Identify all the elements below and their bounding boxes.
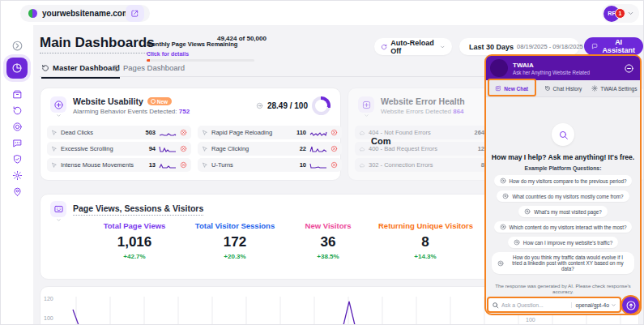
cursor-icon [51, 146, 58, 152]
cursor-icon [51, 162, 58, 169]
model-select[interactable]: openai/gpt-4o [571, 302, 616, 308]
settings-icon [12, 170, 23, 181]
error-card-title: Website Error Health [381, 96, 465, 106]
search-icon [558, 130, 569, 140]
chevron-down-icon [627, 10, 634, 17]
usability-row-intense-mouse[interactable]: Intense Mouse Movements 13 [47, 158, 191, 172]
auto-reload-label: Auto-Reload Off [390, 39, 437, 55]
site-name: yourwebsitename.com [42, 9, 130, 18]
chat-tab-settings[interactable]: TWAIA Settings [589, 85, 640, 92]
chat-search-badge [552, 123, 574, 146]
example-question-3[interactable]: What's my most visited page? [518, 206, 607, 217]
tab-pages-dashboard[interactable]: Pages Dashboard [112, 63, 185, 77]
alert-x-icon [180, 129, 187, 136]
question-search-icon [500, 224, 506, 230]
sessions-icon [53, 204, 64, 215]
error-card-title-row: Website Error Health [381, 96, 465, 106]
usability-row-rapid-reloading[interactable]: Rapid Page Reloading 110 [198, 126, 342, 139]
dashboard-icon [11, 62, 23, 74]
usability-card-icon-wrap [50, 96, 66, 113]
example-question-5[interactable]: How can I improve my website's traffic? [508, 237, 618, 248]
example-question-4[interactable]: Which content do my visitors interact wi… [494, 221, 633, 233]
partial-overlay-text: Com [371, 136, 390, 146]
usability-card-subtitle: Alarming Behavior Events Detected: 752 [73, 108, 190, 115]
site-favicon-icon [28, 9, 37, 18]
send-button[interactable] [622, 297, 639, 314]
alert-x-icon [180, 161, 187, 169]
chat-body: How may I help? Ask me anything! It's fr… [486, 97, 640, 297]
alert-x-icon [331, 145, 338, 152]
quota-value: 49,424 of 50,000 [217, 35, 267, 42]
quota-block: Monthly Page Views Remaining 49,424 of 5… [147, 35, 268, 62]
usability-score-value: 28.49 / 100 [267, 101, 308, 110]
metric-total-page-views: Total Page Views 1,016 +42.7% [89, 221, 180, 260]
events-count: 752 [179, 108, 190, 115]
notification-badge: 1 [615, 8, 625, 19]
tab-master-dashboard[interactable]: Master Dashboard [41, 63, 120, 79]
cursor-icon [202, 162, 208, 169]
external-link-icon [130, 9, 139, 18]
journey-icon [12, 186, 23, 197]
compare-icon [256, 102, 263, 109]
y-tick-100: 100 [44, 315, 53, 321]
date-range-label: Last 30 Days [469, 43, 514, 51]
question-search-icon [524, 208, 531, 215]
chat-titles: TWAIA Ask her Anything Website Related [513, 62, 623, 75]
chat-input-row: openai/gpt-4o [487, 297, 621, 313]
top-bar: yourwebsitename.com RF 1 [1, 1, 644, 25]
chat-examples-label: Example Platform Questions: [525, 165, 602, 171]
cursor-icon [51, 130, 58, 136]
chat-header: TWAIA Ask her Anything Website Related [486, 56, 640, 80]
chevron-down-icon [364, 113, 369, 118]
cursor-icon [202, 130, 208, 136]
error-row-302[interactable]: 302 - Connection Errors 8 [355, 158, 499, 172]
example-question-1[interactable]: How do my visitors compare to the previo… [494, 175, 633, 186]
collapse-icon [11, 40, 23, 52]
usability-row-u-turns[interactable]: U-Turns 10 [198, 158, 342, 172]
quota-details-link[interactable]: Click for details [147, 51, 268, 57]
sidebar-collapse-button[interactable] [6, 35, 28, 56]
alert-x-icon [331, 161, 338, 169]
minimize-chat-button[interactable] [623, 62, 634, 74]
cloud-icon [359, 162, 365, 169]
y-tick-right-100: 100 [526, 317, 535, 323]
tab-label: Master Dashboard [53, 63, 120, 72]
quota-progress-fill [147, 59, 150, 62]
app-window: yourwebsitename.com RF 1 Main Dashboards… [0, 0, 644, 325]
chat-tab-history[interactable]: Chat History [537, 85, 588, 92]
replay-icon [12, 105, 23, 116]
sparkline [309, 129, 327, 137]
sidebar-item-journeys[interactable] [6, 181, 28, 202]
refresh-icon [381, 43, 387, 51]
new-badge: New [147, 97, 172, 105]
tab-label: Pages Dashboard [123, 63, 185, 72]
chat-tabs: New Chat Chat History TWAIA Settings [486, 80, 640, 97]
chat-title: TWAIA [513, 62, 623, 69]
quota-progress-bar [147, 59, 254, 62]
chat-avatar [490, 59, 508, 77]
usability-row-excessive-scrolling[interactable]: Excessive Scrolling 94 [47, 142, 191, 156]
chevron-down-icon [440, 44, 446, 50]
user-menu[interactable]: RF 1 [602, 4, 639, 23]
usability-row-dead-clicks[interactable]: Dead Clicks 503 [47, 126, 191, 139]
chat-subtitle: Ask her Anything Website Related [513, 70, 623, 75]
sparkline [159, 129, 177, 137]
cursor-icon [202, 146, 208, 152]
example-question-2[interactable]: What countries do my visitors mostly com… [497, 190, 629, 202]
chat-heading: How may I help? Ask me anything! It's fr… [492, 153, 635, 161]
auto-reload-dropdown[interactable]: Auto-Reload Off [374, 38, 452, 55]
open-site-button[interactable] [126, 5, 144, 22]
chat-tab-new-chat[interactable]: New Chat [486, 85, 537, 92]
page-title: Main Dashboards [40, 35, 155, 53]
metric-new-visitors: New Visitors 36 +38.5% [292, 221, 365, 260]
date-range-picker[interactable]: Last 30 Days 08/19/2025 - 09/18/2025 [459, 38, 579, 55]
example-question-6[interactable]: How do you think my traffic data would e… [492, 252, 634, 274]
sidebar-item-dashboards[interactable] [6, 58, 28, 79]
chat-disclaimer: The response was generated by AI. Please… [486, 283, 640, 294]
question-search-icon [500, 177, 506, 184]
chat-question-input[interactable] [501, 302, 569, 308]
usability-row-rage-clicking[interactable]: Rage Clicking 22 [198, 142, 342, 156]
ai-assistant-button[interactable]: AI Assistant [584, 37, 643, 55]
metric-total-visitor-sessions: Total Visitor Sessions 172 +20.3% [185, 221, 285, 260]
gear-icon [591, 85, 598, 92]
